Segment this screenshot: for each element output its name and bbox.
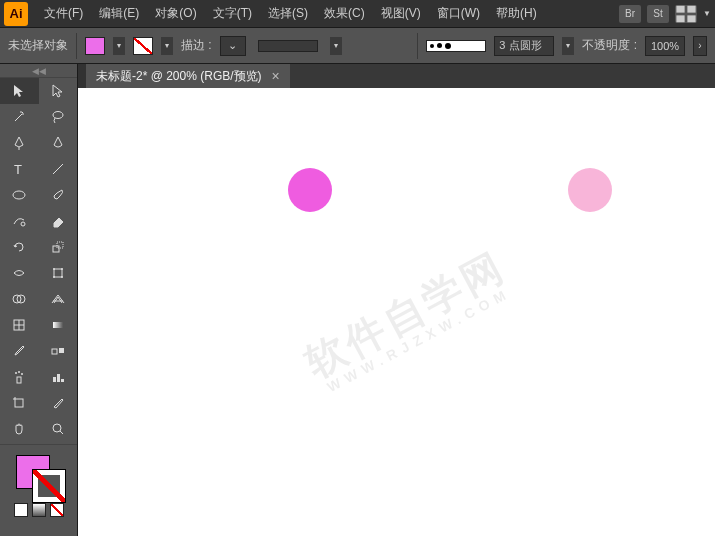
gradient-mode-swatch[interactable]	[32, 503, 46, 517]
color-mode-swatch[interactable]	[14, 503, 28, 517]
stroke-profile-dropdown[interactable]: ▾	[330, 37, 342, 55]
stroke-label: 描边 :	[181, 37, 212, 54]
magic-wand-tool[interactable]	[0, 104, 39, 130]
menu-object[interactable]: 对象(O)	[147, 1, 204, 26]
symbol-sprayer-tool[interactable]	[0, 364, 39, 390]
svg-point-25	[15, 372, 17, 374]
svg-rect-10	[57, 242, 63, 248]
menu-type[interactable]: 文字(T)	[205, 1, 260, 26]
svg-rect-30	[61, 379, 64, 382]
perspective-grid-tool[interactable]	[39, 286, 78, 312]
selection-status: 未选择对象	[8, 37, 68, 54]
fill-dropdown[interactable]: ▾	[113, 37, 125, 55]
free-transform-tool[interactable]	[39, 260, 78, 286]
lasso-tool[interactable]	[39, 104, 78, 130]
scale-tool[interactable]	[39, 234, 78, 260]
eraser-tool[interactable]	[39, 208, 78, 234]
opacity-chevron[interactable]: ›	[693, 36, 707, 56]
svg-point-34	[53, 424, 61, 432]
svg-rect-29	[57, 374, 60, 382]
stroke-indicator[interactable]	[32, 469, 66, 503]
brush-definition-select[interactable]: 3 点圆形	[494, 36, 554, 56]
svg-rect-24	[17, 377, 21, 383]
svg-rect-2	[676, 15, 684, 22]
svg-point-13	[61, 268, 63, 270]
menu-bar: Ai 文件(F) 编辑(E) 对象(O) 文字(T) 选择(S) 效果(C) 视…	[0, 0, 715, 28]
svg-point-27	[21, 373, 23, 375]
menu-file[interactable]: 文件(F)	[36, 1, 91, 26]
svg-rect-31	[15, 399, 23, 407]
tools-panel: ◀◀ T	[0, 64, 78, 536]
svg-point-7	[13, 191, 25, 199]
none-mode-swatch[interactable]	[50, 503, 64, 517]
document-tab[interactable]: 未标题-2* @ 200% (RGB/预览) ×	[86, 64, 290, 88]
direct-selection-tool[interactable]	[39, 78, 78, 104]
svg-rect-28	[53, 377, 56, 382]
svg-point-26	[18, 371, 20, 373]
ellipse-tool[interactable]	[0, 182, 39, 208]
blend-tool[interactable]	[39, 338, 78, 364]
shaper-tool[interactable]	[0, 208, 39, 234]
menu-select[interactable]: 选择(S)	[260, 1, 316, 26]
mesh-tool[interactable]	[0, 312, 39, 338]
fill-stroke-indicator[interactable]	[0, 447, 77, 503]
svg-point-8	[21, 222, 25, 226]
selection-tool[interactable]	[0, 78, 39, 104]
menu-effect[interactable]: 效果(C)	[316, 1, 373, 26]
svg-point-14	[53, 276, 55, 278]
shape-builder-tool[interactable]	[0, 286, 39, 312]
menu-help[interactable]: 帮助(H)	[488, 1, 545, 26]
opacity-input[interactable]	[645, 36, 685, 56]
document-tab-title: 未标题-2* @ 200% (RGB/预览)	[96, 68, 262, 85]
workspace-switcher-icon[interactable]	[675, 5, 697, 23]
svg-point-4	[53, 112, 63, 119]
svg-rect-9	[53, 246, 59, 252]
stock-icon[interactable]: St	[647, 5, 669, 23]
brush-dropdown[interactable]: ▾	[562, 37, 574, 55]
stroke-color-swatch[interactable]	[133, 37, 153, 55]
panel-handle-icon[interactable]: ◀◀	[0, 64, 77, 78]
slice-tool[interactable]	[39, 390, 78, 416]
bridge-icon[interactable]: Br	[619, 5, 641, 23]
svg-point-12	[53, 268, 55, 270]
line-segment-tool[interactable]	[39, 156, 78, 182]
hand-tool[interactable]	[0, 416, 39, 442]
svg-rect-23	[59, 348, 64, 353]
svg-point-15	[61, 276, 63, 278]
eyedropper-tool[interactable]	[0, 338, 39, 364]
app-icon: Ai	[4, 2, 28, 26]
width-tool[interactable]	[0, 260, 39, 286]
stroke-weight-select[interactable]: ⌄	[220, 36, 246, 56]
menu-edit[interactable]: 编辑(E)	[91, 1, 147, 26]
svg-rect-0	[676, 5, 684, 12]
svg-line-6	[53, 164, 63, 174]
canvas[interactable]: 软件自学网 WWW.RJZXW.COM	[78, 88, 715, 536]
curvature-tool[interactable]	[39, 130, 78, 156]
close-icon[interactable]: ×	[272, 68, 280, 84]
shape-circle-2[interactable]	[568, 168, 612, 212]
watermark: 软件自学网 WWW.RJZXW.COM	[298, 243, 520, 399]
paintbrush-tool[interactable]	[39, 182, 78, 208]
artboard-tool[interactable]	[0, 390, 39, 416]
menu-window[interactable]: 窗口(W)	[429, 1, 488, 26]
svg-line-35	[60, 431, 63, 434]
brush-definition-preview[interactable]	[426, 40, 486, 52]
stroke-profile-preview[interactable]	[258, 40, 318, 52]
control-bar: 未选择对象 ▾ ▾ 描边 : ⌄ ▾ 3 点圆形 ▾ 不透明度 : ›	[0, 28, 715, 64]
rotate-tool[interactable]	[0, 234, 39, 260]
svg-rect-1	[687, 5, 695, 12]
opacity-label: 不透明度 :	[582, 37, 637, 54]
fill-color-swatch[interactable]	[85, 37, 105, 55]
type-tool[interactable]: T	[0, 156, 39, 182]
menu-view[interactable]: 视图(V)	[373, 1, 429, 26]
svg-text:T: T	[14, 162, 22, 177]
stroke-dropdown[interactable]: ▾	[161, 37, 173, 55]
zoom-tool[interactable]	[39, 416, 78, 442]
shape-circle-1[interactable]	[288, 168, 332, 212]
gradient-tool[interactable]	[39, 312, 78, 338]
chevron-down-icon[interactable]: ▼	[703, 9, 711, 18]
document-tab-bar: 未标题-2* @ 200% (RGB/预览) ×	[78, 64, 715, 88]
pen-tool[interactable]	[0, 130, 39, 156]
column-graph-tool[interactable]	[39, 364, 78, 390]
svg-rect-21	[53, 322, 63, 328]
